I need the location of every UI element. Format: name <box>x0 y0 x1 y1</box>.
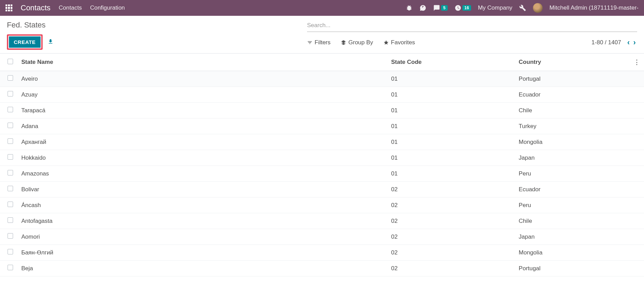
table-row[interactable]: Tarapacá01Chile <box>0 103 644 118</box>
breadcrumb: Fed. States <box>7 21 54 30</box>
cell-code: 02 <box>387 229 514 245</box>
table-row[interactable]: Adana01Turkey <box>0 118 644 134</box>
cell-country: Peru <box>515 197 630 213</box>
cp-right: Filters Group By Favorites 1-80 / 1407 ‹… <box>307 21 637 50</box>
search-options: Filters Group By Favorites <box>307 39 415 46</box>
row-checkbox[interactable] <box>8 107 13 112</box>
filters-button[interactable]: Filters <box>307 39 330 46</box>
table-row[interactable]: Amazonas01Peru <box>0 166 644 182</box>
export-icon[interactable] <box>47 38 54 46</box>
search-box <box>307 21 637 32</box>
pager-arrows: ‹ › <box>626 38 637 47</box>
table-row[interactable]: Aomori02Japan <box>0 229 644 245</box>
col-header-code[interactable]: State Code <box>387 54 514 71</box>
cell-country: Peru <box>515 166 630 182</box>
company-selector[interactable]: My Company <box>478 4 512 11</box>
favorites-button[interactable]: Favorites <box>383 39 415 46</box>
activities-icon[interactable]: 16 <box>455 4 471 11</box>
table-row[interactable]: Баян-Өлгий02Mongolia <box>0 245 644 261</box>
cell-code: 01 <box>387 134 514 150</box>
phone-icon[interactable] <box>419 4 426 11</box>
user-menu[interactable]: Mitchell Admin (18711119-master- <box>549 4 638 11</box>
cell-country: Portugal <box>515 71 630 87</box>
cell-name: Aomori <box>17 229 387 245</box>
cell-name: Bolivar <box>17 182 387 197</box>
row-checkbox[interactable] <box>8 91 13 96</box>
cell-country: Japan <box>515 150 630 166</box>
groupby-button[interactable]: Group By <box>341 39 373 46</box>
search-input[interactable] <box>307 21 637 30</box>
cell-name: Aveiro <box>17 71 387 87</box>
row-checkbox[interactable] <box>8 217 13 223</box>
navbar-left: Contacts Contacts Configuration <box>6 3 125 12</box>
navbar: Contacts Contacts Configuration 5 16 My … <box>0 0 644 16</box>
app-title[interactable]: Contacts <box>21 3 51 12</box>
cell-code: 02 <box>387 197 514 213</box>
table-row[interactable]: Aveiro01Portugal <box>0 71 644 87</box>
cp-left: Fed. States CREATE <box>7 21 54 50</box>
cell-country: Mongolia <box>515 134 630 150</box>
cell-country: Japan <box>515 229 630 245</box>
cell-name: Архангай <box>17 134 387 150</box>
activities-badge: 16 <box>462 5 471 11</box>
create-button[interactable]: CREATE <box>9 36 41 48</box>
messages-icon[interactable]: 5 <box>433 4 448 11</box>
messages-badge: 5 <box>441 5 448 11</box>
cell-name: Amazonas <box>17 166 387 182</box>
cell-name: Azuay <box>17 87 387 103</box>
table-row[interactable]: Azuay01Ecuador <box>0 87 644 103</box>
col-menu-icon[interactable]: ⋮ <box>634 59 640 66</box>
filters-label: Filters <box>315 39 330 46</box>
row-checkbox[interactable] <box>8 202 13 207</box>
cell-code: 02 <box>387 213 514 229</box>
row-checkbox[interactable] <box>8 233 13 239</box>
tools-icon[interactable] <box>519 4 526 11</box>
row-checkbox[interactable] <box>8 249 13 254</box>
cell-country: Chile <box>515 103 630 118</box>
row-checkbox[interactable] <box>8 75 13 81</box>
layers-icon <box>341 40 346 45</box>
pager-next[interactable]: › <box>632 38 637 47</box>
row-checkbox[interactable] <box>8 265 13 270</box>
cell-name: Adana <box>17 118 387 134</box>
select-all-checkbox[interactable] <box>8 59 13 64</box>
row-checkbox[interactable] <box>8 123 13 128</box>
table-row[interactable]: Beja02Portugal <box>0 261 644 276</box>
navbar-right: 5 16 My Company Mitchell Admin (18711119… <box>406 3 638 13</box>
cell-country: Turkey <box>515 118 630 134</box>
col-header-name[interactable]: State Name <box>17 54 387 71</box>
table-row[interactable]: Antofagasta02Chile <box>0 213 644 229</box>
pager: 1-80 / 1407 ‹ › <box>591 38 637 47</box>
nav-link-contacts[interactable]: Contacts <box>59 4 82 11</box>
pager-text[interactable]: 1-80 / 1407 <box>591 39 621 46</box>
cell-name: Hokkaido <box>17 150 387 166</box>
row-checkbox[interactable] <box>8 138 13 144</box>
cell-name: Баян-Өлгий <box>17 245 387 261</box>
star-icon <box>383 40 389 45</box>
table-row[interactable]: Bolivar02Ecuador <box>0 182 644 197</box>
col-header-country[interactable]: Country <box>515 54 630 71</box>
cell-code: 01 <box>387 71 514 87</box>
cell-country: Ecuador <box>515 182 630 197</box>
avatar[interactable] <box>533 3 543 13</box>
cell-code: 01 <box>387 103 514 118</box>
control-panel: Fed. States CREATE Filters Group By <box>0 16 644 54</box>
cell-code: 02 <box>387 261 514 276</box>
cp-buttons: CREATE <box>7 34 54 50</box>
pager-prev[interactable]: ‹ <box>626 38 631 47</box>
bug-icon[interactable] <box>406 4 413 11</box>
cp-right-bottom: Filters Group By Favorites 1-80 / 1407 ‹… <box>307 38 637 47</box>
table-row[interactable]: Hokkaido01Japan <box>0 150 644 166</box>
apps-icon[interactable] <box>6 4 12 11</box>
cell-country: Mongolia <box>515 245 630 261</box>
filter-icon <box>307 40 313 45</box>
table-row[interactable]: Áncash02Peru <box>0 197 644 213</box>
row-checkbox[interactable] <box>8 170 13 175</box>
table-row[interactable]: Архангай01Mongolia <box>0 134 644 150</box>
cell-code: 02 <box>387 182 514 197</box>
row-checkbox[interactable] <box>8 186 13 191</box>
row-checkbox[interactable] <box>8 154 13 160</box>
cell-code: 01 <box>387 87 514 103</box>
nav-link-configuration[interactable]: Configuration <box>90 4 125 11</box>
create-highlight: CREATE <box>7 34 43 50</box>
